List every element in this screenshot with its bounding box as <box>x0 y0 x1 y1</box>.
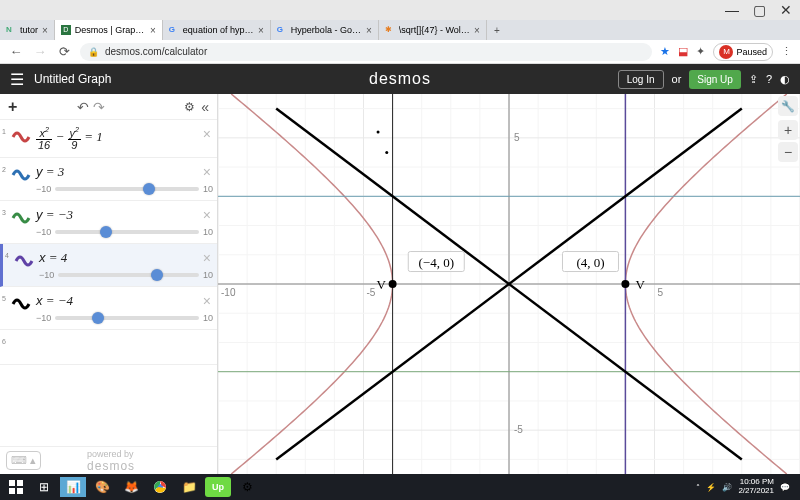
zoom-out-button[interactable]: − <box>778 142 798 162</box>
chrome-icon[interactable] <box>147 477 173 497</box>
graph-canvas[interactable]: -10-5510-55 VV (−4, 0)(4, 0) 🔧 + − <box>218 94 800 474</box>
lock-icon: 🔒 <box>88 47 99 57</box>
extensions-icon[interactable]: ✦ <box>696 45 705 58</box>
expr-index: 5 <box>2 293 10 323</box>
app-icon[interactable]: 📁 <box>176 477 202 497</box>
redo-button[interactable]: ↷ <box>93 99 105 115</box>
add-expression-button[interactable]: + <box>8 98 17 116</box>
close-icon[interactable]: ✕ <box>780 2 792 18</box>
slider[interactable]: −1010 <box>36 227 213 237</box>
collapse-panel-icon[interactable]: « <box>201 99 209 115</box>
expr-equation[interactable]: x = 4 <box>39 250 213 266</box>
powered-label: powered by desmos <box>87 449 135 473</box>
svg-text:5: 5 <box>514 132 520 143</box>
menu-icon[interactable]: ⋮ <box>781 45 792 58</box>
app-icon[interactable]: 🎨 <box>89 477 115 497</box>
new-tab-button[interactable]: + <box>487 20 507 40</box>
expr-index: 2 <box>2 164 10 194</box>
expr-equation[interactable]: x = −4 <box>36 293 213 309</box>
slider[interactable]: −1010 <box>36 313 213 323</box>
expr-equation[interactable]: y = 3 <box>36 164 213 180</box>
tab-desmos[interactable]: D Desmos | Graphing Ca × <box>55 20 163 40</box>
expr-color-icon[interactable] <box>10 164 32 186</box>
graph-settings-icon[interactable]: 🔧 <box>778 96 798 116</box>
tab-close-icon[interactable]: × <box>474 25 480 36</box>
keyboard-button[interactable]: ⌨ ▴ <box>6 451 41 470</box>
back-button[interactable]: ← <box>8 44 24 59</box>
tab-wolfram[interactable]: ✱ \sqrt[]{47} - Wolfram|A × <box>379 20 487 40</box>
tab-tutor[interactable]: N tutor × <box>0 20 55 40</box>
window-titlebar: — ▢ ✕ <box>0 0 800 20</box>
reload-button[interactable]: ⟳ <box>56 44 72 59</box>
graph-title[interactable]: Untitled Graph <box>34 72 111 86</box>
expr-color-icon[interactable] <box>10 293 32 315</box>
remove-expr-icon[interactable]: × <box>203 250 211 266</box>
slider[interactable]: −1010 <box>39 270 213 280</box>
expression-toolbar: + ↶ ↷ ⚙ « <box>0 94 217 120</box>
volume-icon[interactable]: 🔊 <box>722 483 732 492</box>
favicon-icon: ✱ <box>385 25 395 35</box>
expr-equation[interactable]: x216 − y29 = 1 <box>36 126 213 151</box>
expression-row[interactable]: 2 y = 3 −1010 × <box>0 158 217 201</box>
svg-point-41 <box>385 151 388 154</box>
vertex-point[interactable] <box>621 280 629 288</box>
vertex-point[interactable] <box>389 280 397 288</box>
minimize-icon[interactable]: — <box>725 2 739 18</box>
expression-row[interactable]: 6 <box>0 330 217 365</box>
expr-color-icon[interactable] <box>13 250 35 272</box>
help-icon[interactable]: ? <box>766 73 772 85</box>
tab-close-icon[interactable]: × <box>42 25 48 36</box>
expression-row[interactable]: 1 x216 − y29 = 1 × <box>0 120 217 158</box>
login-button[interactable]: Log In <box>618 70 664 89</box>
expr-equation[interactable]: y = −3 <box>36 207 213 223</box>
clock[interactable]: 10:06 PM 2/27/2021 <box>738 478 774 496</box>
tray-chevron-icon[interactable]: ˄ <box>696 483 700 492</box>
panel-footer: ⌨ ▴ powered by desmos <box>0 446 217 474</box>
slider[interactable]: −1010 <box>36 184 213 194</box>
wifi-icon[interactable]: ⚡ <box>706 483 716 492</box>
notifications-icon[interactable]: 💬 <box>780 483 790 492</box>
remove-expr-icon[interactable]: × <box>203 207 211 223</box>
system-tray[interactable]: ˄ ⚡ 🔊 10:06 PM 2/27/2021 💬 <box>696 478 796 496</box>
undo-button[interactable]: ↶ <box>77 99 89 115</box>
language-icon[interactable]: ◐ <box>780 73 790 86</box>
signup-button[interactable]: Sign Up <box>689 70 741 89</box>
app-icon[interactable]: ⚙ <box>234 477 260 497</box>
extension-icon[interactable]: ⬓ <box>678 45 688 58</box>
tab-close-icon[interactable]: × <box>258 25 264 36</box>
remove-expr-icon[interactable]: × <box>203 126 211 142</box>
maximize-icon[interactable]: ▢ <box>753 2 766 18</box>
expression-row[interactable]: 5 x = −4 −1010 × <box>0 287 217 330</box>
bookmark-icon[interactable]: ★ <box>660 45 670 58</box>
tab-google-equation[interactable]: G equation of hyperbola × <box>163 20 271 40</box>
tab-label: Desmos | Graphing Ca <box>75 25 146 35</box>
expression-row[interactable]: 4 x = 4 −1010 × <box>0 244 217 287</box>
share-icon[interactable]: ⇪ <box>749 73 758 86</box>
forward-button[interactable]: → <box>32 44 48 59</box>
tab-label: Hyperbola - Google S <box>291 25 362 35</box>
expr-color-icon[interactable] <box>10 207 32 229</box>
svg-rect-43 <box>17 480 23 486</box>
tab-google-hyperbola[interactable]: G Hyperbola - Google S × <box>271 20 379 40</box>
tab-close-icon[interactable]: × <box>366 25 372 36</box>
start-button[interactable] <box>4 477 28 497</box>
taskview-icon[interactable]: ⊞ <box>31 477 57 497</box>
zoom-in-button[interactable]: + <box>778 120 798 140</box>
upwork-icon[interactable]: Up <box>205 477 231 497</box>
svg-rect-45 <box>17 488 23 494</box>
app-icon[interactable]: 📊 <box>60 477 86 497</box>
profile-button[interactable]: M Paused <box>713 43 773 61</box>
tab-close-icon[interactable]: × <box>150 25 156 36</box>
expr-color-icon[interactable] <box>10 126 32 148</box>
url-input[interactable]: 🔒 desmos.com/calculator <box>80 43 652 61</box>
expr-index: 3 <box>2 207 10 237</box>
firefox-icon[interactable]: 🦊 <box>118 477 144 497</box>
hamburger-icon[interactable]: ☰ <box>10 70 24 89</box>
expression-row[interactable]: 3 y = −3 −1010 × <box>0 201 217 244</box>
settings-icon[interactable]: ⚙ <box>184 100 195 114</box>
remove-expr-icon[interactable]: × <box>203 293 211 309</box>
expr-index: 1 <box>2 126 10 151</box>
vertex-label: V <box>635 277 645 292</box>
svg-rect-42 <box>9 480 15 486</box>
remove-expr-icon[interactable]: × <box>203 164 211 180</box>
